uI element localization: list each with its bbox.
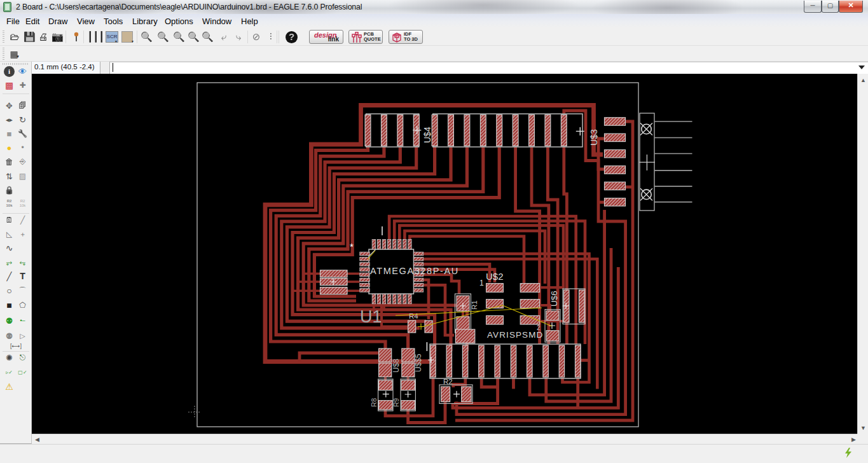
svg-text:ATMEGA328P-AU: ATMEGA328P-AU xyxy=(370,266,459,276)
svg-text:U$4: U$4 xyxy=(422,127,432,143)
svg-text:U$$5: U$$5 xyxy=(414,354,423,372)
svg-text:U$8: U$8 xyxy=(392,359,401,373)
svg-text:U$3: U$3 xyxy=(589,129,599,146)
svg-text:U1: U1 xyxy=(360,307,382,326)
svg-text:AVRISPSMD: AVRISPSMD xyxy=(487,330,543,340)
svg-text:R8: R8 xyxy=(370,398,378,407)
svg-text:U$2: U$2 xyxy=(486,271,504,282)
svg-text:U$6: U$6 xyxy=(549,291,559,307)
svg-text:R4: R4 xyxy=(409,312,418,320)
svg-text:R1: R1 xyxy=(471,300,478,310)
svg-text:2: 2 xyxy=(537,324,541,331)
svg-text:R9: R9 xyxy=(392,398,400,407)
svg-text:*: * xyxy=(350,241,354,252)
svg-text:R2: R2 xyxy=(443,378,453,385)
svg-text:1: 1 xyxy=(479,279,484,287)
